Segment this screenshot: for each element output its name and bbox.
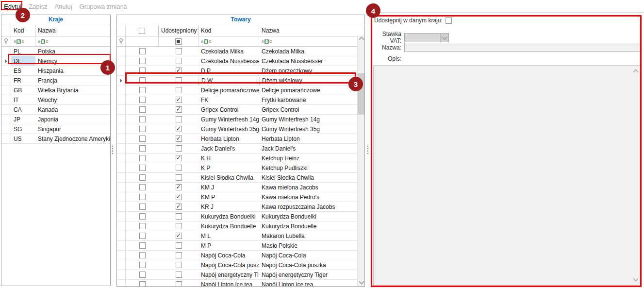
save-button[interactable]: Zapisz <box>27 2 49 11</box>
product-row[interactable]: Jack Daniel'sJack Daniel's <box>117 144 358 153</box>
product-row[interactable]: Delicje pomarańczoweDelicje pomarańczowe <box>117 85 358 95</box>
udostepniony-checkbox[interactable] <box>176 174 182 181</box>
products-filter-sel[interactable] <box>126 36 159 46</box>
product-row[interactable]: KR JKawa rozpuszczalna Jacobs <box>117 202 358 212</box>
country-row[interactable]: DENiemcy <box>1 56 110 66</box>
udostepniony-checkbox[interactable] <box>176 262 182 268</box>
country-row[interactable]: USStany Zjednoczone Ameryki <box>1 134 110 144</box>
country-row[interactable]: CAKanada <box>1 105 110 115</box>
product-select-checkbox[interactable] <box>139 58 146 64</box>
country-row[interactable]: SGSingapur <box>1 124 110 134</box>
product-row[interactable]: Czekolada MilkaCzekolada Milka <box>117 47 358 56</box>
product-select-checkbox[interactable] <box>139 136 146 142</box>
udostepniony-checkbox[interactable] <box>176 223 182 229</box>
product-row[interactable]: Napój Lipton ice teaNapój Lipton ice tea <box>117 280 358 287</box>
udostepniony-checkbox[interactable] <box>176 145 182 152</box>
udostepniony-checkbox[interactable] <box>176 272 182 278</box>
product-row[interactable]: D WDżem wiśniowy <box>117 76 358 85</box>
product-row[interactable]: Gripex ControlGripex Control <box>117 105 358 115</box>
product-select-checkbox[interactable] <box>139 272 146 278</box>
products-filter-nazwa[interactable]: ABC <box>259 36 358 46</box>
udostepniony-checkbox[interactable] <box>176 281 182 287</box>
product-row[interactable]: Napój Coca-ColaNapój Coca-Cola <box>117 251 358 260</box>
udostepniony-checkbox[interactable] <box>176 136 182 142</box>
product-select-checkbox[interactable] <box>139 252 146 258</box>
udostepniony-checkbox[interactable] <box>176 68 182 74</box>
country-row[interactable]: ITWłochy <box>1 95 110 105</box>
product-select-checkbox[interactable] <box>139 106 146 113</box>
products-col-udostepniony-header[interactable]: Udostępniony <box>159 25 198 36</box>
product-select-checkbox[interactable] <box>139 165 146 171</box>
udostepniony-checkbox[interactable] <box>176 97 182 103</box>
product-row[interactable]: Gumy Winterfresh 35gGumy Winterfresh 35g <box>117 124 358 134</box>
product-row[interactable]: M PMasło Polskie <box>117 241 358 251</box>
cancel-button[interactable]: Anuluj <box>53 2 73 11</box>
udostepniony-checkbox[interactable] <box>176 194 182 200</box>
countries-col-kod-header[interactable]: Kod <box>11 25 35 36</box>
product-select-checkbox[interactable] <box>139 68 146 74</box>
product-row[interactable]: K PKetchup Pudliszki <box>117 163 358 173</box>
product-row[interactable]: Kisiel Słodka ChwilaKisiel Słodka Chwila <box>117 173 358 183</box>
udostepniony-checkbox[interactable] <box>176 213 182 220</box>
scroll-up-arrow[interactable] <box>358 35 365 43</box>
product-select-checkbox[interactable] <box>139 87 146 93</box>
product-select-checkbox[interactable] <box>139 97 146 103</box>
edit-button[interactable]: Edytuj <box>2 2 23 11</box>
group-change-button[interactable]: Grupowa zmiana <box>78 2 129 11</box>
share-checkbox[interactable] <box>446 17 452 24</box>
product-select-checkbox[interactable] <box>139 184 146 190</box>
udostepniony-checkbox[interactable] <box>176 242 182 249</box>
countries-col-nazwa-header[interactable]: Nazwa <box>35 25 110 36</box>
product-select-checkbox[interactable] <box>139 233 146 239</box>
countries-filter-nazwa[interactable]: ABC <box>35 36 110 46</box>
product-select-checkbox[interactable] <box>139 242 146 249</box>
products-select-all-header[interactable] <box>126 25 159 36</box>
product-select-checkbox[interactable] <box>139 155 146 161</box>
product-select-checkbox[interactable] <box>139 77 146 84</box>
product-select-checkbox[interactable] <box>139 213 146 220</box>
udostepniony-checkbox[interactable] <box>176 126 182 132</box>
country-row[interactable]: GBWielka Brytania <box>1 85 110 95</box>
udostepniony-checkbox[interactable] <box>176 204 182 210</box>
product-row[interactable]: KM JKawa mielona Jacobs <box>117 183 358 192</box>
product-row[interactable]: FKFrytki karbowane <box>117 95 358 105</box>
product-row[interactable]: M LMakaron Lubella <box>117 231 358 241</box>
scroll-down-arrow[interactable] <box>358 278 365 286</box>
country-row[interactable]: JPJaponia <box>1 115 110 124</box>
scrollbar-thumb[interactable] <box>358 73 365 115</box>
udostepniony-checkbox[interactable] <box>176 233 182 239</box>
udostepniony-checkbox[interactable] <box>176 184 182 190</box>
product-select-checkbox[interactable] <box>139 116 146 122</box>
udostepniony-checkbox[interactable] <box>176 252 182 258</box>
udostepniony-checkbox[interactable] <box>176 155 182 161</box>
product-select-checkbox[interactable] <box>139 145 146 152</box>
splitter-right[interactable] <box>367 146 369 154</box>
splitter-left[interactable] <box>112 146 114 154</box>
product-row[interactable]: Czekolada NussbeisserCzekolada Nussbeiss… <box>117 56 358 66</box>
product-row[interactable]: Gumy Winterfresh 14gGumy Winterfresh 14g <box>117 115 358 124</box>
vat-combobox[interactable] <box>404 33 449 42</box>
select-all-checkbox[interactable] <box>139 28 145 34</box>
udostepniony-checkbox[interactable] <box>176 77 182 84</box>
product-row[interactable]: D PDżem porzeczkowy <box>117 66 358 76</box>
product-row[interactable]: Napój Coca-Cola puszkaNapój Coca-Cola pu… <box>117 260 358 270</box>
udostepniony-checkbox[interactable] <box>176 106 182 113</box>
product-row[interactable]: KM PKawa mielona Pedro's <box>117 192 358 202</box>
product-row[interactable]: Kukurydza BonduelkiKukurydza Bonduelki <box>117 212 358 221</box>
product-select-checkbox[interactable] <box>139 126 146 132</box>
udostepniony-filter-checkbox[interactable] <box>175 38 182 45</box>
name-field[interactable] <box>404 43 641 52</box>
products-filter-udostepniony[interactable] <box>159 36 198 46</box>
udostepniony-checkbox[interactable] <box>176 58 182 64</box>
product-select-checkbox[interactable] <box>139 174 146 181</box>
product-select-checkbox[interactable] <box>139 281 146 287</box>
vertical-scrollbar[interactable] <box>357 35 364 286</box>
product-select-checkbox[interactable] <box>139 194 146 200</box>
country-row[interactable]: ESHiszpania <box>1 66 110 76</box>
desc-textarea[interactable] <box>373 65 641 286</box>
product-row[interactable]: Herbata LiptonHerbata Lipton <box>117 134 358 144</box>
product-row[interactable]: Napój energetyczny Ti...Napój energetycz… <box>117 270 358 280</box>
products-filter-kod[interactable]: ABC <box>198 36 259 46</box>
udostepniony-checkbox[interactable] <box>176 165 182 171</box>
country-row[interactable]: FRFrancja <box>1 76 110 85</box>
